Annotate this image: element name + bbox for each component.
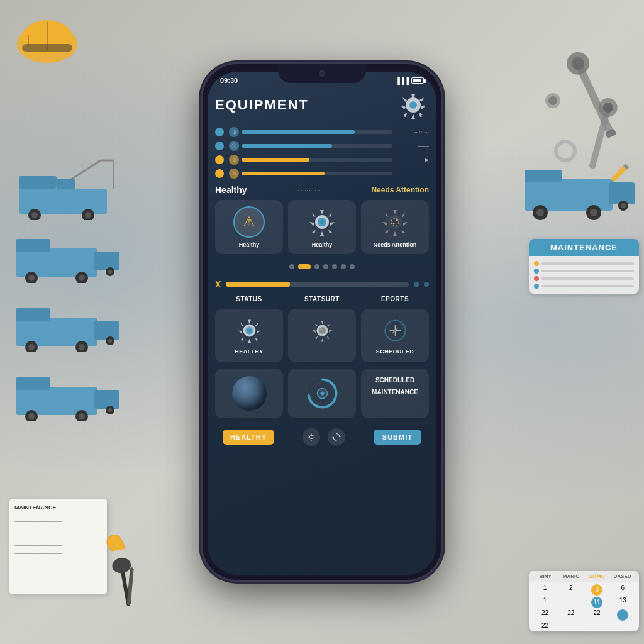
eq-bar-fill-4 — [242, 172, 325, 175]
eports-card-label: Scheduled — [376, 348, 414, 355]
maintenance-card-right: MAINTENANCE — [529, 239, 639, 294]
card-3-label: Needs Attention — [374, 242, 417, 248]
page-dot-1[interactable] — [289, 264, 294, 269]
status-header-row: Healthy · ·· ·· ·· ·· ·· Needs Attention — [215, 185, 429, 195]
signal-icon: ▐▐▐ — [396, 77, 409, 84]
status-card[interactable]: Healthy — [215, 309, 283, 362]
progress-track[interactable] — [226, 282, 409, 287]
svg-rect-24 — [16, 318, 97, 346]
eq-bar-2 — [242, 144, 392, 148]
app-header: EQUIPMENT — [215, 89, 429, 121]
svg-rect-16 — [16, 239, 50, 252]
bottom-cards-row1: Healthy — [215, 309, 429, 362]
page-dot-2-active[interactable] — [298, 264, 311, 269]
truck-3 — [13, 371, 126, 421]
scheduled-line2: MAINTENANCE — [372, 388, 418, 396]
top-cards-grid: ⚠ Healthy Healthy — [215, 200, 429, 254]
svg-rect-15 — [16, 248, 97, 277]
healthy-header: Healthy — [215, 185, 247, 195]
healthy-badge[interactable]: HEALTHY — [223, 430, 274, 445]
svg-point-73 — [320, 220, 324, 224]
page-dot-6[interactable] — [341, 264, 346, 269]
orb-card[interactable] — [215, 369, 283, 418]
pagination-bar — [215, 260, 429, 273]
eq-dot-4 — [215, 169, 224, 178]
eq-bar-fill-1 — [242, 130, 355, 134]
status-gear-icon — [235, 316, 264, 345]
truck-2 — [13, 302, 126, 352]
eq-row-2: ⓘ —— — [215, 141, 429, 151]
helmet-decoration — [16, 9, 79, 66]
maint-row-4 — [534, 284, 634, 289]
footer-icon-1[interactable] — [303, 428, 320, 446]
card-2[interactable]: Healthy — [288, 200, 356, 254]
eq-bar-fill-3 — [242, 158, 309, 162]
footer-icon-2[interactable] — [328, 428, 345, 446]
svg-point-70 — [409, 101, 417, 109]
svg-point-30 — [79, 344, 85, 350]
card-3[interactable]: Needs Attention — [361, 200, 429, 254]
progress-end-dot-2 — [424, 282, 429, 287]
eq-bar-3 — [242, 158, 392, 162]
svg-rect-6 — [19, 176, 57, 189]
eq-label-2: —— — [397, 143, 429, 149]
needs-attention-header: Needs Attention — [371, 186, 429, 194]
warning-icon: ⚠ — [233, 206, 265, 238]
svg-point-10 — [85, 212, 91, 218]
svg-point-49 — [556, 142, 575, 160]
svg-point-82 — [319, 327, 326, 334]
svg-point-83 — [320, 328, 322, 330]
time-display: 09:30 — [220, 77, 238, 84]
front-camera — [319, 70, 325, 77]
svg-rect-35 — [94, 390, 119, 409]
svg-point-57 — [548, 96, 557, 105]
battery-fill — [413, 79, 421, 82]
svg-rect-59 — [525, 170, 562, 182]
svg-point-8 — [31, 212, 38, 218]
svg-point-75 — [391, 218, 399, 226]
page-dot-4[interactable] — [323, 264, 328, 269]
eq-row-1: ⚙ ·· ○ ··· — [215, 127, 429, 137]
refresh-icon — [331, 432, 341, 442]
settings-icon — [306, 432, 316, 442]
eq-dot-3 — [215, 155, 224, 164]
eq-label-3: ▶ — [397, 157, 429, 163]
status-card-label: Healthy — [235, 348, 263, 355]
card-1[interactable]: ⚠ Healthy — [215, 200, 283, 254]
page-dot-7[interactable] — [350, 264, 355, 269]
circular-progress-card[interactable] — [288, 369, 356, 418]
svg-rect-34 — [16, 377, 50, 390]
svg-rect-33 — [16, 387, 97, 415]
svg-point-94 — [309, 435, 313, 438]
svg-point-66 — [621, 203, 626, 208]
svg-rect-26 — [94, 321, 119, 340]
maint-row-1 — [534, 261, 634, 266]
eports-card[interactable]: Scheduled — [361, 309, 429, 362]
large-bottom-row: SCHEDULED MAINTENANCE — [215, 369, 429, 418]
page-dot-5[interactable] — [332, 264, 337, 269]
svg-point-39 — [79, 413, 85, 419]
crane-truck — [13, 157, 132, 220]
svg-point-64 — [590, 209, 597, 216]
eq-dot-2 — [215, 142, 224, 150]
cal-body: 1 2 3 6 1 11 13 22 22 22 22 — [529, 582, 639, 631]
statsurt-card[interactable] — [288, 309, 356, 362]
trucks-left — [6, 94, 132, 346]
svg-point-41 — [108, 408, 112, 412]
card-2-label: Healthy — [312, 242, 333, 248]
eq-row-3: ⚙ ▶ — [215, 155, 429, 165]
eq-label-1: ·· ○ ··· — [397, 129, 429, 135]
status-header-label: STATUS — [215, 296, 283, 303]
id-text: · ·· ·· ·· ·· ·· — [298, 187, 321, 193]
statsurt-header-label: STATSURT — [288, 296, 356, 303]
page-dot-3[interactable] — [314, 264, 319, 269]
screen-content[interactable]: EQUIPMENT ⚙ — [208, 84, 436, 569]
eq-bar-4 — [242, 172, 392, 175]
card-2-gear-icon — [306, 206, 338, 238]
scheduled-maintenance-card[interactable]: SCHEDULED MAINTENANCE — [361, 369, 429, 418]
eq-icon-4: ⚙ — [229, 169, 239, 179]
note-title: MAINTENANCE — [14, 504, 102, 513]
submit-button[interactable]: SUBMIT — [374, 430, 421, 445]
footer-icons — [303, 428, 345, 446]
eq-dot-1 — [215, 128, 224, 136]
